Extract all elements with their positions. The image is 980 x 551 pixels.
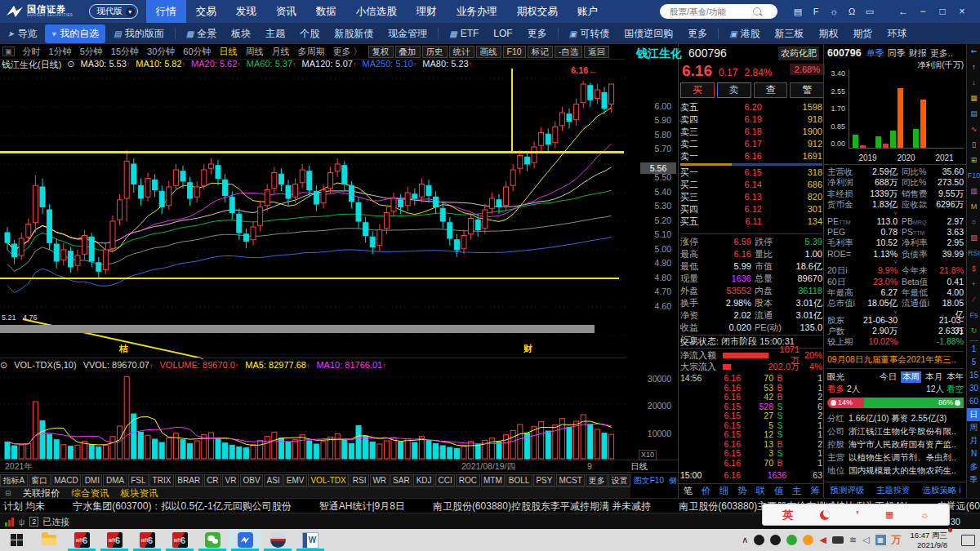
rsi-icon[interactable]: RSI <box>967 246 980 261</box>
toolbar-item-主题[interactable]: 主题 <box>259 24 292 43</box>
trend-icon[interactable]: ∿ <box>967 122 980 137</box>
period-更多 〉[interactable]: 更多 〉 <box>329 46 367 58</box>
quote-tab-主[interactable]: 主 <box>788 484 806 497</box>
toolbar-item-新三板[interactable]: 新三板 <box>768 24 811 43</box>
period-30分钟[interactable]: 30分钟 <box>143 46 179 58</box>
ship-app[interactable] <box>261 529 294 551</box>
menu-数据[interactable]: 数据 <box>306 0 346 23</box>
edge-period-多[interactable]: 多 <box>967 460 980 473</box>
search-input[interactable] <box>668 6 753 17</box>
ime-keyboard-icon[interactable]: ▦ <box>885 509 893 520</box>
indicator-tab-ROC[interactable]: ROC <box>456 474 479 487</box>
layers-icon[interactable]: ▤ <box>789 7 807 17</box>
guosen-client[interactable] <box>229 529 261 551</box>
tool-F10[interactable]: F10 <box>503 46 526 58</box>
period-日线[interactable]: 日线 <box>216 46 242 58</box>
qq-icon-2[interactable] <box>770 535 781 545</box>
tray-clock[interactable]: 16:47 周三2021/9/8 <box>911 531 951 549</box>
gear-icon[interactable]: ☼ <box>825 7 843 17</box>
menu-资讯[interactable]: 资讯 <box>266 0 306 23</box>
word[interactable]: W <box>294 529 327 551</box>
ime-punct-button[interactable]: ’ <box>856 509 859 521</box>
tool-返回[interactable]: 返回 <box>584 46 609 58</box>
toolbar-item-新股新债[interactable]: 新股新债 <box>327 24 380 43</box>
indicator-tab-MTM[interactable]: MTM <box>481 474 506 487</box>
indicator-tab-OBV[interactable]: OBV <box>240 474 263 487</box>
scroll-up-icon[interactable]: ↑ <box>967 60 980 75</box>
edge-period-30[interactable]: 30 <box>967 382 980 395</box>
toolbar-item-环球[interactable]: 环球 <box>881 24 914 43</box>
edge-period-N[interactable]: N <box>967 447 980 460</box>
circle-icon[interactable]: ○ <box>967 215 980 230</box>
wh6-app-4[interactable]: wh6 <box>163 529 196 551</box>
tool--自选[interactable]: -自选 <box>555 46 583 58</box>
qq-icon-1[interactable] <box>754 535 764 545</box>
toolbar-item-板块[interactable]: 板块 <box>225 24 257 43</box>
kline-svg[interactable] <box>0 59 626 358</box>
alert-icon[interactable] <box>803 535 813 545</box>
indicator-tab-更多[interactable]: 更多 <box>586 474 608 487</box>
drawn-vline[interactable] <box>511 69 513 153</box>
menu-发现[interactable]: 发现 <box>226 0 266 23</box>
toolbar-item-我的自选[interactable]: ♥我的自选 <box>45 24 105 43</box>
crosshair-icon[interactable]: + <box>967 277 980 292</box>
edge-period-季[interactable]: 季 <box>967 473 980 487</box>
indicator-tab-DMI[interactable]: DMI <box>82 474 102 487</box>
order-book-row[interactable]: 买一6.15318 <box>680 167 822 179</box>
f10-tab-财报[interactable]: 财报 <box>909 48 927 58</box>
file-explorer[interactable] <box>33 529 65 551</box>
input-tool-icon[interactable]: 万 <box>892 533 902 547</box>
order-book-row[interactable]: 买五6.11134 <box>680 216 822 228</box>
indicator-tab-VR[interactable]: VR <box>222 474 239 487</box>
chat-icon[interactable]: ▭ <box>861 7 879 17</box>
drawn-hline-lower[interactable] <box>0 278 619 279</box>
indicator-tab-MACD[interactable]: MACD <box>51 474 81 487</box>
ticker-item[interactable]: 南卫股份(603880)控股股东李平减持期满 并未减持 <box>433 500 651 513</box>
indicator-tab-ASI[interactable]: ASI <box>264 474 283 487</box>
indicator-tab-PSY[interactable]: PSY <box>533 474 555 487</box>
menu-交易[interactable]: 交易 <box>186 0 226 23</box>
order-book-row[interactable]: 卖四6.19918 <box>680 113 822 126</box>
remote-icon[interactable]: ▦ <box>875 535 886 545</box>
draw-icon[interactable]: ∕ <box>967 292 980 308</box>
button-卖[interactable]: 卖 <box>717 82 751 98</box>
edge-period-日[interactable]: 日 <box>967 408 980 421</box>
ticker-item[interactable]: 智通AH统计|9月8日 <box>319 500 405 513</box>
toolbar-item-LOF[interactable]: LOF <box>487 25 519 42</box>
start-button[interactable] <box>0 529 33 551</box>
toolbar-item-港股[interactable]: ▣港股 <box>723 24 766 43</box>
indicator-tab-TRIX[interactable]: TRIX <box>149 474 174 487</box>
button-查[interactable]: 查 <box>754 82 788 98</box>
indicator-tab-RSI[interactable]: RSI <box>350 474 369 487</box>
order-book-row[interactable]: 卖五6.201598 <box>680 101 822 113</box>
ime-mode-button[interactable]: 英 <box>782 508 793 522</box>
quote-tab-联[interactable]: 联 <box>751 484 769 497</box>
order-book-row[interactable]: 买二6.14686 <box>680 179 822 191</box>
f10-icon[interactable]: F10 <box>967 168 980 184</box>
ticker-item[interactable]: 宁水集团(603700)：拟以0.5亿-1亿元回购公司股份 <box>73 500 291 513</box>
minimize-button[interactable]: − <box>913 6 933 17</box>
menu-期权交易[interactable]: 期权交易 <box>507 0 568 23</box>
toolbar-item-个股[interactable]: 个股 <box>293 24 326 43</box>
edge-period-周[interactable]: 周 <box>967 421 980 434</box>
tray-expand-icon[interactable]: ∧ <box>742 535 748 545</box>
indicator-窗口[interactable]: 窗口 <box>29 474 51 487</box>
order-book-row[interactable]: 卖三6.181900 <box>680 126 822 138</box>
fs-icon[interactable]: Fs <box>967 308 980 323</box>
button-警[interactable]: 警 <box>790 82 824 98</box>
quote-tab-势[interactable]: 势 <box>733 484 751 497</box>
footer-link-选股策略 i[interactable]: 选股策略 i <box>922 485 960 496</box>
footer-link-预测评级[interactable]: 预测评级 <box>830 485 864 496</box>
version-selector[interactable]: 现代版 ▼ <box>89 4 138 19</box>
period-15分钟[interactable]: 15分钟 <box>107 46 143 58</box>
restore-button[interactable]: □ <box>933 6 952 17</box>
order-book-row[interactable]: 买三6.13820 <box>680 191 822 203</box>
tool-画线[interactable]: 画线 <box>476 46 501 58</box>
chart-mode-icon[interactable]: ▣ <box>2 47 15 56</box>
period-1分钟[interactable]: 1分钟 <box>45 46 76 58</box>
edge-period-月[interactable]: 月 <box>967 434 980 447</box>
footer-link-主题投资[interactable]: 主题投资 <box>876 485 911 496</box>
wh6-app-3[interactable]: wh6 <box>131 529 163 551</box>
order-book-row[interactable]: 卖一6.161691 <box>680 150 822 162</box>
toolbar-item-导览[interactable]: ➤导览 <box>1 24 43 43</box>
